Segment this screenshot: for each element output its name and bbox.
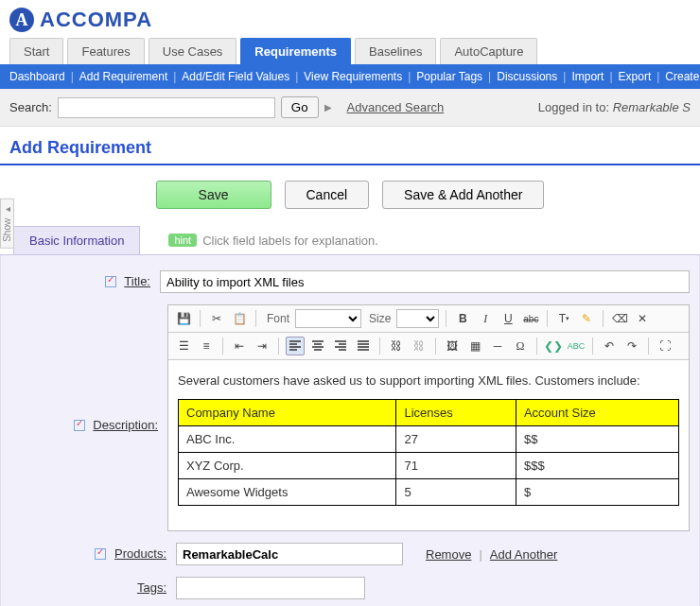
tab-requirements[interactable]: Requirements — [240, 38, 351, 64]
rte-toolbar-1: 💾 ✂ 📋 Font Size B I U abc T▾ ✎ — [168, 305, 689, 333]
rte-clear-icon[interactable]: ✕ — [633, 309, 652, 328]
required-icon — [74, 420, 85, 431]
rte-th-company: Company Name — [179, 400, 396, 426]
rte-hr-icon[interactable]: ─ — [488, 337, 507, 355]
rte-save-icon[interactable]: 💾 — [174, 309, 193, 328]
rte-intro-text: Several customers have asked us to suppo… — [178, 373, 679, 388]
rte-spellcheck-icon[interactable]: ABC — [567, 337, 586, 355]
subnav-discussions[interactable]: Discussions — [497, 70, 557, 83]
main-tab-bar: Start Features Use Cases Requirements Ba… — [0, 38, 700, 64]
logo-mark: A — [9, 8, 34, 32]
rte-paste-icon[interactable]: 📋 — [230, 309, 249, 328]
rte-bold-icon[interactable]: B — [453, 309, 472, 328]
section-tab-basic-info[interactable]: Basic Information — [13, 226, 140, 254]
rte-table: Company Name Licenses Account Size ABC I… — [178, 399, 679, 506]
rte-size-select[interactable] — [396, 309, 439, 328]
rte-image-icon[interactable]: 🖼 — [443, 337, 462, 355]
subnav-create-document[interactable]: Create Docum — [665, 70, 700, 83]
tab-use-cases[interactable]: Use Cases — [149, 38, 237, 64]
rte-indent-icon[interactable]: ⇥ — [253, 337, 271, 355]
rte-unlink-icon[interactable]: ⛓ — [410, 337, 429, 355]
rte-size-label: Size — [369, 312, 391, 325]
rte-font-label: Font — [267, 312, 289, 325]
section-tabs: Basic Information hint Click field label… — [0, 226, 700, 255]
rte-undo-icon[interactable]: ↶ — [600, 337, 619, 355]
subnav-add-edit-field-values[interactable]: Add/Edit Field Values — [182, 70, 289, 83]
advanced-search-triangle-icon: ▶ — [324, 102, 332, 113]
subnav-import[interactable]: Import — [571, 70, 604, 83]
rte-special-char-icon[interactable]: Ω — [511, 337, 530, 355]
description-label[interactable]: Description: — [93, 418, 158, 432]
subnav-dashboard[interactable]: Dashboard — [9, 70, 65, 83]
search-input[interactable] — [58, 97, 275, 118]
tab-autocapture[interactable]: AutoCapture — [440, 38, 537, 64]
products-label[interactable]: Products: — [114, 546, 166, 561]
rte-highlight-icon[interactable]: ✎ — [577, 309, 596, 328]
required-icon — [95, 548, 106, 560]
tab-features[interactable]: Features — [67, 38, 144, 64]
rte-ordered-list-icon[interactable]: ☰ — [174, 337, 193, 355]
subnav-popular-tags[interactable]: Popular Tags — [416, 70, 482, 83]
rte-font-select[interactable] — [295, 309, 361, 328]
tab-start[interactable]: Start — [9, 38, 63, 64]
cancel-button[interactable]: Cancel — [285, 181, 370, 209]
advanced-search-link[interactable]: Advanced Search — [347, 100, 445, 114]
rte-th-account-size: Account Size — [516, 400, 678, 426]
hint-badge: hint — [168, 234, 197, 247]
tags-label[interactable]: Tags: — [137, 580, 166, 595]
save-button[interactable]: Save — [156, 181, 271, 209]
title-input[interactable] — [160, 270, 690, 293]
search-label: Search: — [9, 100, 52, 114]
hint-text: Click field labels for explanation. — [202, 234, 378, 248]
sub-nav: Dashboard| Add Requirement| Add/Edit Fie… — [0, 64, 700, 89]
show-panel-tab[interactable]: Show ▸ — [0, 199, 14, 249]
rte-underline-icon[interactable]: U — [499, 309, 517, 328]
products-add-another-link[interactable]: Add Another — [490, 547, 558, 562]
rte-outdent-icon[interactable]: ⇤ — [230, 337, 249, 355]
products-remove-link[interactable]: Remove — [426, 547, 471, 562]
rich-text-editor: 💾 ✂ 📋 Font Size B I U abc T▾ ✎ — [167, 304, 690, 531]
table-row: XYZ Corp. 71 $$$ — [179, 453, 679, 479]
products-input[interactable] — [176, 543, 403, 565]
rte-align-justify-icon[interactable] — [354, 337, 373, 355]
search-go-button[interactable]: Go — [281, 96, 319, 118]
brand-logo: A ACCOMPA — [0, 0, 700, 38]
search-bar: Search: Go ▶ Advanced Search Logged in t… — [0, 89, 700, 127]
rte-source-icon[interactable]: ❮❯ — [544, 337, 563, 355]
subnav-export[interactable]: Export — [619, 70, 652, 83]
logo-text: ACCOMPA — [40, 8, 152, 32]
table-row: ABC Inc. 27 $$ — [179, 426, 679, 453]
rte-toolbar-2: ☰ ≡ ⇤ ⇥ ⛓ ⛓ 🖼 ▦ ─ Ω — [168, 333, 689, 360]
page-title: Add Requirement — [0, 127, 700, 165]
rte-align-right-icon[interactable] — [331, 337, 350, 355]
subnav-add-requirement[interactable]: Add Requirement — [79, 70, 167, 83]
form-area: Title: Description: 💾 ✂ 📋 Font — [0, 255, 700, 606]
rte-strikethrough-icon[interactable]: abc — [521, 309, 540, 328]
rte-redo-icon[interactable]: ↷ — [622, 337, 641, 355]
save-add-another-button[interactable]: Save & Add Another — [382, 181, 544, 209]
rte-th-licenses: Licenses — [396, 400, 516, 426]
logged-in-text: Logged in to: Remarkable S — [538, 100, 691, 114]
required-icon — [105, 276, 116, 287]
rte-link-icon[interactable]: ⛓ — [387, 337, 406, 355]
rte-text-color-icon[interactable]: T▾ — [554, 309, 573, 328]
rte-remove-format-icon[interactable]: ⌫ — [610, 309, 629, 328]
rte-cut-icon[interactable]: ✂ — [207, 309, 226, 328]
table-row: Awesome Widgets 5 $ — [179, 479, 679, 506]
title-label[interactable]: Title: — [124, 274, 150, 288]
rte-align-center-icon[interactable] — [308, 337, 327, 355]
tab-baselines[interactable]: Baselines — [355, 38, 436, 64]
rte-table-icon[interactable]: ▦ — [465, 337, 484, 355]
rte-content-area[interactable]: Several customers have asked us to suppo… — [168, 360, 689, 530]
rte-align-left-icon[interactable] — [286, 337, 305, 355]
action-buttons: Save Cancel Save & Add Another — [0, 175, 700, 226]
rte-italic-icon[interactable]: I — [476, 309, 495, 328]
rte-unordered-list-icon[interactable]: ≡ — [197, 337, 216, 355]
subnav-view-requirements[interactable]: View Requirements — [304, 70, 402, 83]
tags-input[interactable] — [176, 577, 365, 599]
rte-fullscreen-icon[interactable]: ⛶ — [656, 337, 674, 355]
